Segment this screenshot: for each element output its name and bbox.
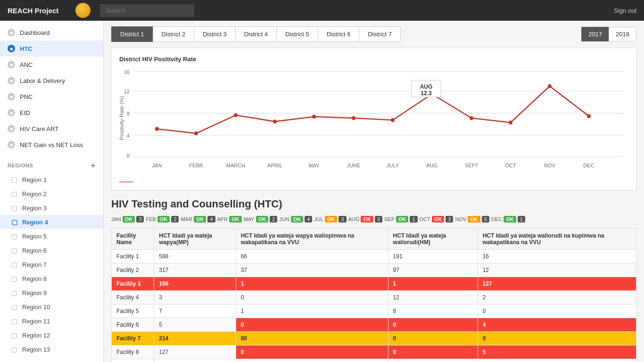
month-label: FEB bbox=[146, 216, 156, 222]
month-label: AUG bbox=[348, 216, 360, 222]
region-label: Region 2 bbox=[22, 190, 47, 197]
svg-text:JULY: JULY bbox=[387, 163, 399, 168]
table-row: Facility 72148000 bbox=[112, 332, 636, 346]
count-badge: 3 bbox=[136, 216, 144, 222]
count-badge: 4 bbox=[207, 216, 215, 222]
district-tab-district-4[interactable]: District 4 bbox=[235, 26, 277, 42]
col-header-3: HCT Idadi ya wateja waliorudi(HM) bbox=[388, 229, 478, 250]
sidebar-item-htc[interactable]: ■ HTC bbox=[0, 41, 103, 57]
cell-value: 137 bbox=[478, 277, 636, 291]
region-item-r12[interactable]: ▢ Region 12 bbox=[0, 328, 103, 342]
svg-point-20 bbox=[509, 121, 512, 124]
cell-value: 97 bbox=[388, 263, 478, 277]
cell-value: 1 bbox=[388, 277, 478, 291]
sidebar-item-anc[interactable]: ■ ANC bbox=[0, 57, 103, 73]
svg-text:16: 16 bbox=[124, 69, 130, 74]
svg-point-15 bbox=[312, 115, 316, 118]
region-item-r3[interactable]: ▢ Region 3 bbox=[0, 201, 103, 215]
year-tab-2018[interactable]: 2018 bbox=[609, 27, 636, 41]
region-item-r1[interactable]: ▢ Region 1 bbox=[0, 173, 103, 187]
nav-icon: ■ bbox=[8, 93, 15, 100]
cell-value: 1 bbox=[236, 277, 388, 291]
main-content: District 1District 2District 3District 4… bbox=[104, 21, 644, 362]
search-input[interactable] bbox=[100, 4, 194, 17]
signout-button[interactable]: Sign out bbox=[614, 7, 636, 14]
region-item-r13[interactable]: ▢ Region 13 bbox=[0, 342, 103, 356]
sidebar-item-labor[interactable]: ■ Labor & Delivery bbox=[0, 73, 103, 89]
facility-name: Facility 2 bbox=[112, 263, 154, 277]
count-badge: 4 bbox=[305, 216, 312, 222]
chart-wrap: 16 12 8 4 0 Positivity Rate (%) bbox=[119, 66, 628, 180]
svg-text:Positivity Rate (%): Positivity Rate (%) bbox=[119, 96, 124, 140]
table-row: Facility 310611137 bbox=[112, 277, 636, 291]
month-badge-jul: JUL OK 3 bbox=[314, 216, 346, 222]
add-region-button[interactable]: + bbox=[91, 161, 96, 170]
region-doc-icon: ▢ bbox=[11, 275, 17, 282]
svg-text:12: 12 bbox=[124, 89, 130, 94]
sidebar-item-dashboard[interactable]: ■ Dashboard bbox=[0, 25, 103, 41]
region-item-r8[interactable]: ▢ Region 8 bbox=[0, 272, 103, 286]
nav-icon: ■ bbox=[8, 45, 15, 52]
svg-text:MAY: MAY bbox=[308, 163, 320, 168]
district-tab-district-2[interactable]: District 2 bbox=[153, 26, 194, 42]
year-tab-2017[interactable]: 2017 bbox=[581, 27, 609, 41]
region-label: Region 10 bbox=[22, 304, 50, 311]
region-label: Region 1 bbox=[22, 176, 47, 183]
htc-table-body: Facility 15886619116Facility 2317379712F… bbox=[112, 250, 636, 362]
svg-text:8: 8 bbox=[127, 111, 130, 116]
regions-label: REGIONS bbox=[8, 163, 33, 168]
svg-point-17 bbox=[391, 118, 395, 122]
region-doc-icon: ▢ bbox=[11, 261, 17, 268]
region-item-r6[interactable]: ▢ Region 6 bbox=[0, 243, 103, 257]
month-label: OCT bbox=[420, 216, 430, 222]
region-item-r10[interactable]: ▢ Region 10 bbox=[0, 300, 103, 314]
district-tab-district-6[interactable]: District 6 bbox=[318, 26, 359, 42]
sidebar-item-label: EID bbox=[20, 109, 30, 116]
region-label: Region 5 bbox=[22, 233, 47, 240]
region-item-r7[interactable]: ▢ Region 7 bbox=[0, 257, 103, 272]
month-badge-aug: AUG OK 3 bbox=[348, 216, 382, 222]
month-badge-oct: OCT OK 3 bbox=[420, 216, 454, 222]
region-item-r5[interactable]: ▢ Region 5 bbox=[0, 229, 103, 243]
month-label: NOV bbox=[455, 216, 466, 222]
status-badge: OK bbox=[229, 216, 242, 222]
topbar: REACH Project Sign out bbox=[0, 0, 644, 21]
region-item-r2[interactable]: ▢ Region 2 bbox=[0, 187, 103, 201]
district-tab-district-1[interactable]: District 1 bbox=[111, 26, 153, 42]
month-label: JAN bbox=[111, 216, 121, 222]
month-badge-mar: MAR OK 4 bbox=[181, 216, 215, 222]
cell-value: 37 bbox=[236, 263, 388, 277]
region-doc-icon: ▢ bbox=[11, 218, 17, 226]
district-tab-district-5[interactable]: District 5 bbox=[276, 26, 318, 42]
cell-value: 191 bbox=[388, 250, 478, 263]
sidebar-item-label: Dashboard bbox=[20, 29, 50, 36]
region-item-r11[interactable]: ▢ Region 11 bbox=[0, 314, 103, 328]
cell-value: 3 bbox=[388, 359, 478, 362]
district-tab-group: District 1District 2District 3District 4… bbox=[111, 26, 401, 42]
status-badge: OK bbox=[123, 216, 135, 222]
col-header-4: HCT Idadi ya wateja waliorudi na kupimwa… bbox=[478, 229, 636, 250]
district-tab-district-3[interactable]: District 3 bbox=[194, 26, 235, 42]
sidebar-item-net-gain[interactable]: ■ NET Gain vs NET Loss bbox=[0, 137, 103, 153]
sidebar-item-label: PNC bbox=[20, 93, 33, 100]
svg-point-13 bbox=[234, 113, 238, 117]
sidebar-item-pnc[interactable]: ■ PNC bbox=[0, 89, 103, 105]
cell-value: 80 bbox=[236, 332, 388, 346]
app-title: REACH Project bbox=[8, 7, 58, 15]
region-item-r4[interactable]: ▢ Region 4 bbox=[0, 215, 103, 229]
svg-text:FEBR: FEBR bbox=[189, 163, 203, 168]
count-badge: 2 bbox=[270, 216, 277, 222]
district-tab-district-7[interactable]: District 7 bbox=[359, 26, 401, 42]
status-badge: OK bbox=[432, 216, 445, 222]
region-item-r9[interactable]: ▢ Region 9 bbox=[0, 286, 103, 300]
cell-value: 3 bbox=[154, 291, 236, 304]
cell-value: 12 bbox=[478, 263, 636, 277]
region-doc-icon: ▢ bbox=[11, 232, 17, 240]
sidebar-item-label: HIV Care ART bbox=[20, 125, 58, 132]
region-doc-icon: ▢ bbox=[11, 247, 17, 254]
svg-text:NOV: NOV bbox=[544, 163, 555, 168]
sidebar-item-eid[interactable]: ■ EID bbox=[0, 105, 103, 121]
cell-value: 8 bbox=[388, 304, 478, 318]
sidebar-item-hiv-care-art[interactable]: ■ HIV Care ART bbox=[0, 121, 103, 137]
cell-value: 0 bbox=[236, 359, 388, 362]
